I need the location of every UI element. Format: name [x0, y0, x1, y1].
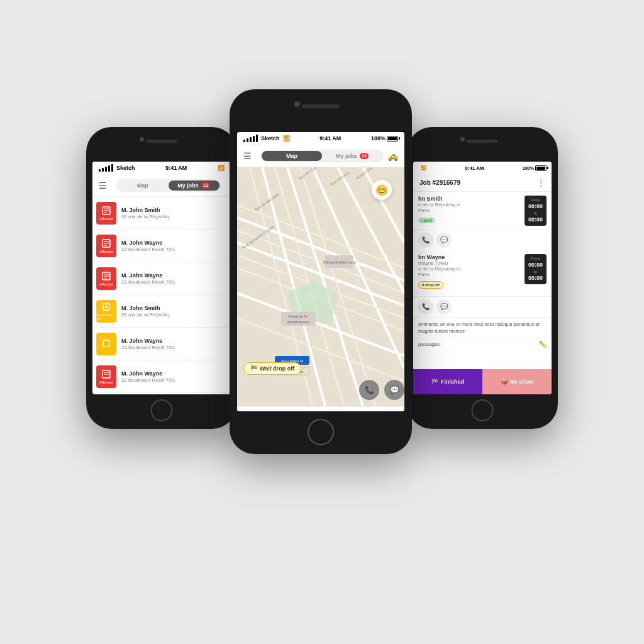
right-job2-addr3: Paris — [418, 272, 460, 277]
left-screen: Sketch 9:41 AM 📶 ☰ Map My jobs 12 — [92, 162, 231, 394]
right-msg-btn-1[interactable]: 💬 — [436, 233, 452, 248]
left-tab-map[interactable]: Map — [117, 180, 169, 191]
right-job2-details: hn Wayne Wayne Tower e de la République … — [418, 254, 460, 292]
left-hamburger-icon[interactable]: ☰ — [99, 180, 107, 191]
wait-drop-badge: 🏁 Wait drop off — [243, 362, 301, 379]
list-item[interactable]: Affected M. John Wayne 22 boulevard Rivo… — [92, 360, 231, 393]
right-job-row-2: hn Wayne Wayne Tower e de la République … — [418, 254, 547, 292]
from-label-1: From — [528, 197, 543, 203]
left-camera — [140, 137, 144, 142]
right-contact-btns-2: 📞 💬 — [413, 297, 552, 317]
job-info-3: M. John Wayne 22 boulevard Rivoli 750. — [121, 272, 227, 285]
center-screen: Sketch 📶 9:41 AM 100% ☰ Map My jobs — [237, 132, 404, 411]
left-wifi: 📶 — [218, 165, 225, 171]
job-icon-affected-1: Affected — [96, 202, 116, 225]
list-item[interactable]: Affected M. John Smith 36 rue de la Répu… — [92, 197, 231, 230]
list-item[interactable]: Affected M. John Wayne 22 boulevard Rivo… — [92, 230, 231, 262]
right-finished-icon: 🏁 — [431, 379, 438, 385]
list-item[interactable]: ⚑ Wait drop off M. John Smith 36 rue de … — [92, 295, 231, 328]
time-val-4: 00:00 — [528, 274, 543, 282]
right-action-bar: 🏁 Finished 📦 No show — [413, 369, 552, 394]
left-home-button[interactable] — [151, 399, 173, 421]
center-nav-bar[interactable]: ☰ Map My jobs 12 🚕 — [237, 145, 404, 167]
phone-right: 📶 9:41 AM 100% Job #2916679 ⋮ — [407, 127, 558, 429]
job-icon-affected-4: Affected — [96, 365, 116, 388]
right-job2-timer: From 00:00 to 00:00 — [525, 254, 547, 284]
job-icon-label: Affected — [99, 380, 113, 384]
right-job1-addr2: Paris — [418, 208, 460, 213]
center-tab-group: Map My jobs 12 — [260, 150, 384, 162]
job-icon-wait-2 — [96, 333, 116, 355]
left-speaker — [146, 140, 177, 143]
to-label-2: to — [528, 269, 543, 274]
right-battery-icon — [535, 165, 547, 171]
phone-call-button[interactable]: 📞 — [359, 380, 379, 400]
job-name-1: M. John Smith — [121, 207, 227, 213]
center-battery-pct: 100% — [371, 135, 386, 142]
center-hamburger-icon[interactable]: ☰ — [243, 151, 252, 161]
center-map: Rue de Marseille Rue Sébastien Gryphe Ru… — [237, 167, 404, 406]
job-icon-wait-1: ⚑ Wait drop off — [96, 300, 116, 323]
job-icon-label: Wait drop off — [96, 313, 116, 321]
center-battery-area: 100% — [371, 135, 398, 142]
job-info-1: M. John Smith 36 rue de la Républiq. — [121, 207, 227, 219]
right-job2-addr2: e de la République — [418, 266, 460, 272]
right-contact-btns-1: 📞 💬 — [413, 230, 552, 250]
job-addr-5: 22 boulevard Rivoli 750. — [121, 345, 227, 350]
call-buttons: 📞 💬 — [359, 380, 404, 400]
job-addr-6: 22 boulevard Rivoli 750. — [121, 377, 227, 383]
right-job1-status: cpted — [418, 218, 435, 223]
message-button[interactable]: 💬 — [384, 380, 404, 400]
right-job-header: Job #2916679 ⋮ — [413, 174, 552, 192]
right-job2-name: hn Wayne — [418, 254, 460, 260]
waze-icon[interactable]: 😊 — [372, 180, 392, 200]
right-more-options[interactable]: ⋮ — [536, 178, 545, 188]
center-tab-map[interactable]: Map — [262, 151, 322, 161]
right-signal: 📶 — [418, 165, 426, 170]
svg-text:arrondissement: arrondissement — [287, 320, 309, 324]
right-comment-text: omments, on one or more lines ociis nato… — [418, 321, 547, 335]
list-item[interactable]: Affected M. John Wayne 22 boulevard Rivo… — [92, 262, 231, 295]
carrier-label: Sketch — [116, 165, 135, 171]
right-noshow-icon: 📦 — [501, 379, 508, 385]
right-home-button[interactable] — [472, 399, 494, 421]
job-icon-affected-2: Affected — [96, 235, 116, 257]
center-battery-icon — [387, 136, 398, 142]
right-edit-icon[interactable]: ✏️ — [539, 341, 547, 348]
right-noshow-label: No show — [510, 379, 534, 385]
right-finished-button[interactable]: 🏁 Finished — [413, 369, 482, 394]
left-tab-jobs[interactable]: My jobs 12 — [169, 180, 220, 191]
right-call-btn-1[interactable]: 📞 — [418, 233, 433, 248]
job-info-5: M. John Wayne 22 boulevard Rivoli 750. — [121, 338, 227, 350]
right-msg-btn-2[interactable]: 💬 — [436, 299, 452, 314]
right-wifi: 📶 — [421, 165, 426, 170]
right-job1-name: hn Smith — [418, 196, 460, 202]
center-jobs-badge: 12 — [360, 153, 369, 159]
job-name-6: M. John Wayne — [121, 370, 227, 377]
center-time: 9:41 AM — [319, 135, 341, 142]
to-label-1: to — [528, 211, 543, 216]
right-packages-row: packages ✏️ — [413, 338, 552, 350]
list-item[interactable]: M. John Wayne 22 boulevard Rivoli 750. — [92, 328, 231, 360]
right-job1-details: hn Smith e de la République Paris cpted — [418, 196, 460, 225]
job-addr-3: 22 boulevard Rivoli 750. — [121, 279, 227, 285]
job-addr-4: 36 rue de la Républiq. — [121, 312, 227, 318]
job-info-6: M. John Wayne 22 boulevard Rivoli 750. — [121, 370, 227, 383]
right-status-bar: 📶 9:41 AM 100% — [413, 162, 552, 174]
right-battery-area: 100% — [523, 165, 547, 171]
center-tab-jobs[interactable]: My jobs 12 — [322, 151, 382, 161]
center-camera — [294, 101, 300, 107]
center-taxi-icon[interactable]: 🚕 — [387, 151, 398, 161]
right-noshow-button[interactable]: 📦 No show — [482, 369, 552, 394]
center-home-button[interactable] — [308, 419, 334, 445]
left-nav-bar[interactable]: ☰ Map My jobs 12 — [92, 174, 231, 197]
center-status-bar: Sketch 📶 9:41 AM 100% — [237, 132, 404, 145]
center-wifi-icon: 📶 — [283, 135, 290, 142]
job-name-4: M. John Smith — [121, 305, 227, 311]
left-tab-group: Map My jobs 12 — [116, 179, 221, 192]
right-call-btn-2[interactable]: 📞 — [418, 299, 433, 314]
left-time: 9:41 AM — [165, 165, 187, 171]
svg-rect-14 — [103, 340, 109, 347]
center-signal: Sketch 📶 — [243, 135, 290, 142]
left-signal: Sketch — [99, 164, 135, 172]
